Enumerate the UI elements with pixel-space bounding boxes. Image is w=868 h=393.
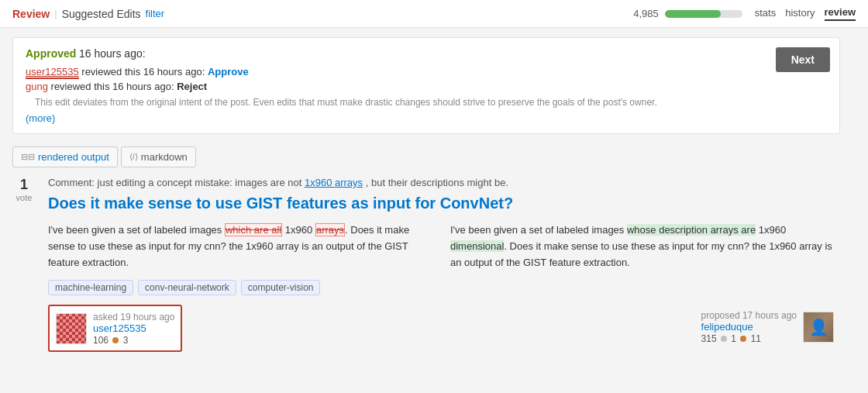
more-link[interactable]: (more) <box>26 112 55 124</box>
tags: machine-learning conv-neural-network com… <box>48 280 840 295</box>
next-button[interactable]: Next <box>776 47 830 72</box>
reviewer2-action: Reject <box>177 81 207 92</box>
reviewer1-time: reviewed this 16 hours ago: <box>81 66 205 78</box>
separator: | <box>54 8 57 19</box>
original-panel: I've been given a set of labeled images … <box>48 222 438 271</box>
stats-link[interactable]: stats <box>755 7 776 20</box>
progress-bar <box>665 10 742 18</box>
proposer-details: proposed 17 hours ago felipeduque 315 1 … <box>701 309 797 344</box>
orig-mid: 1x960 <box>282 224 312 236</box>
review-link[interactable]: Review <box>12 8 50 20</box>
rendered-label: rendered output <box>38 151 109 163</box>
proposer-name[interactable]: felipeduque <box>701 321 797 333</box>
filter-link[interactable]: filter <box>146 8 165 19</box>
main-content: Next Approved 16 hours ago: user125535 r… <box>0 28 852 371</box>
asker-badge <box>112 337 119 343</box>
view-tabs: ⊟⊟ rendered output ⟨/⟩ markdown <box>12 147 840 167</box>
proposer-badge2 <box>740 336 746 342</box>
reject-reason: This edit deviates from the original int… <box>35 97 827 108</box>
reviewer1-action: Approve <box>208 66 249 78</box>
progress-container: 4,985 <box>633 8 742 19</box>
vote-count: 1 <box>12 177 36 193</box>
history-link[interactable]: history <box>785 7 815 20</box>
asker-details: asked 19 hours ago user125535 106 3 <box>93 311 174 346</box>
proposer-time: proposed 17 hours ago <box>701 310 797 321</box>
asker-name[interactable]: user125535 <box>93 322 174 334</box>
post-content: Comment: just editing a concept mistake:… <box>48 177 840 352</box>
nav-links: stats history review <box>755 6 856 21</box>
top-bar: Review | Suggested Edits filter 4,985 st… <box>0 0 868 28</box>
vote-box: 1 vote <box>12 177 36 202</box>
rev-before: I've been given a set of labeled images <box>450 224 627 236</box>
proposer-card: proposed 17 hours ago felipeduque 315 1 … <box>695 305 840 349</box>
markdown-label: markdown <box>141 151 188 163</box>
comment-before: Comment: just editing a concept mistake:… <box>48 177 301 188</box>
orig-del1: which are all <box>225 223 282 236</box>
tag-ml[interactable]: machine-learning <box>48 280 133 295</box>
top-bar-right: 4,985 stats history review <box>633 6 856 21</box>
vote-section: 1 vote Comment: just editing a concept m… <box>12 177 840 352</box>
post-comment: Comment: just editing a concept mistake:… <box>48 177 840 188</box>
asker-card: asked 19 hours ago user125535 106 3 <box>48 305 182 352</box>
proposer-rep: 315 1 11 <box>701 333 761 344</box>
asker-avatar <box>56 313 87 344</box>
orig-before: I've been given a set of labeled images <box>48 224 225 236</box>
approved-box: Next Approved 16 hours ago: user125535 r… <box>12 37 840 134</box>
comment-after: , but their descriptions might be. <box>366 177 508 188</box>
rev-ins2: dimensional <box>450 240 504 252</box>
proposer-avatar: 👤 <box>803 312 834 343</box>
asker-rep: 106 3 <box>93 335 128 346</box>
reviewer2-time: reviewed this 16 hours ago: <box>51 81 174 92</box>
diff-container: I've been given a set of labeled images … <box>48 222 840 271</box>
reviewer2-link[interactable]: gung <box>26 81 48 92</box>
tag-cnn[interactable]: conv-neural-network <box>138 280 236 295</box>
asker-time: asked 19 hours ago <box>93 312 174 322</box>
revised-panel: I've been given a set of labeled images … <box>450 222 840 271</box>
markdown-icon: ⟨/⟩ <box>129 152 138 162</box>
user-info-row: asked 19 hours ago user125535 106 3 prop… <box>48 305 840 352</box>
approved-header: Approved 16 hours ago: <box>26 47 827 60</box>
progress-bar-fill <box>665 10 721 18</box>
top-bar-left: Review | Suggested Edits filter <box>12 8 627 20</box>
suggested-edits-label: Suggested Edits <box>62 8 141 20</box>
asker-avatar-pattern <box>57 313 86 344</box>
review-line-2: gung reviewed this 16 hours ago: Reject <box>26 81 827 92</box>
orig-del2: arrays <box>315 223 345 236</box>
reviewer1-link[interactable]: user125535 <box>26 66 79 79</box>
rev-ins1: whose description arrays are <box>627 224 756 236</box>
tag-cv[interactable]: computer-vision <box>241 280 321 295</box>
approved-time: 16 hours ago: <box>79 47 146 60</box>
rendered-icon: ⊟⊟ <box>21 152 35 162</box>
markdown-tab[interactable]: ⟨/⟩ markdown <box>121 147 196 167</box>
post-title: Does it make sense to use GIST features … <box>48 193 840 213</box>
review-line-1: user125535 reviewed this 16 hours ago: A… <box>26 66 827 78</box>
review-tab-link[interactable]: review <box>825 6 856 21</box>
comment-highlight[interactable]: 1x960 arrays <box>305 177 363 188</box>
approved-label: Approved <box>26 47 76 60</box>
progress-count: 4,985 <box>633 8 659 19</box>
rev-mid: 1x960 <box>756 224 786 236</box>
rev-after: . Does it make sense to use these as inp… <box>450 240 832 268</box>
proposer-badge1 <box>721 336 727 342</box>
rendered-output-tab[interactable]: ⊟⊟ rendered output <box>12 147 118 167</box>
vote-label: vote <box>12 193 36 202</box>
